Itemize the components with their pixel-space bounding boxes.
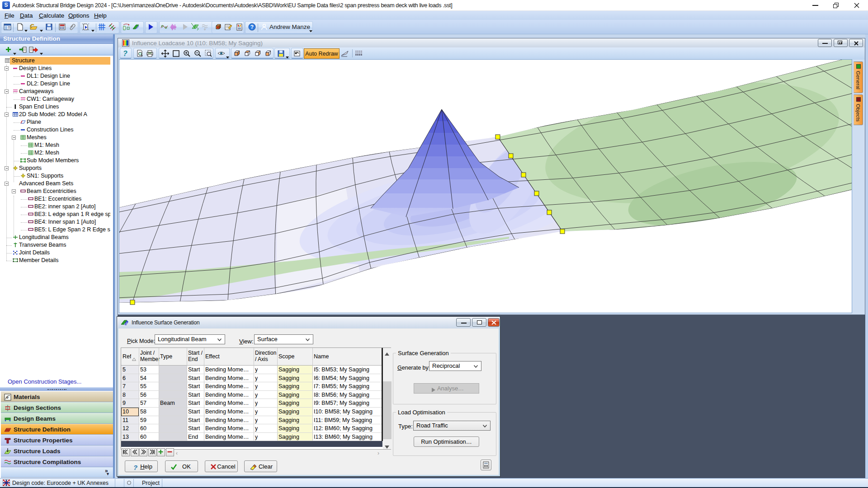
svg-text:σ: σ (6, 396, 9, 399)
svg-text:?: ? (133, 464, 137, 471)
svg-text:?: ? (123, 50, 127, 57)
svg-text:?: ? (250, 24, 254, 30)
